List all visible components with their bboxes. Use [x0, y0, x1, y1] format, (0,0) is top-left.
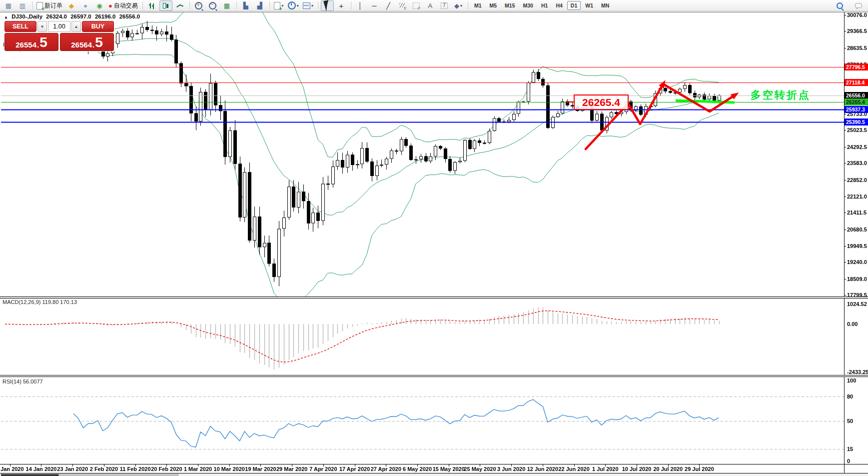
macd-pane-label: MACD(12,26,9) 119.80 170.13: [2, 299, 77, 305]
sell-button[interactable]: SELL: [4, 21, 36, 32]
hline-tool-button[interactable]: ─: [368, 0, 381, 11]
sep3: [189, 2, 190, 10]
dropdown-caret-icon[interactable]: ▾: [460, 4, 462, 8]
zoom-in-icon: [195, 2, 202, 10]
market-watch-icon[interactable]: ▦: [2, 0, 15, 11]
timeframe-m30-button[interactable]: M30: [520, 1, 537, 10]
text-tool-button[interactable]: A: [424, 0, 437, 11]
sep2: [142, 2, 143, 10]
buy-price-big-digit: 5: [95, 36, 103, 50]
templates-button[interactable]: ▾: [301, 0, 315, 11]
candlestick-type-icon: [162, 2, 169, 9]
price-tick-label: 30076.0: [847, 12, 867, 18]
buy-price-box[interactable]: 26564.5: [60, 33, 114, 51]
buy-button[interactable]: BUY: [82, 21, 114, 32]
volume-decrease-button[interactable]: ▼: [37, 21, 47, 32]
market-depth-icon[interactable]: ●: [79, 0, 92, 11]
price-level-badge: 25390.5: [845, 118, 868, 126]
price-tick-label: 28635.5: [847, 45, 867, 51]
candlestick-type-button[interactable]: [159, 0, 172, 11]
autotrading-button-label: 自动交易: [114, 2, 138, 10]
sell-price-box[interactable]: 26554.5: [4, 33, 58, 51]
trendline-tool-icon: ╱: [386, 2, 390, 9]
autotrading-icon: ●: [108, 2, 112, 9]
dropdown-caret-icon[interactable]: ▾: [297, 4, 299, 8]
scrollbar-thumb[interactable]: [58, 474, 178, 476]
time-axis-border: [0, 464, 868, 464]
price-tick-mark: [844, 147, 846, 148]
trading-terminal-window: ▦▥新订单◆●◉●自动交易▦▙▟▾▾▾+│─╱A◆▾M1M5M15M30H1H4…: [0, 0, 868, 476]
date-tick-label: 20 Jul 2020: [653, 466, 683, 472]
new-order-icon: [36, 2, 43, 10]
date-tick-label: 17 Apr 2020: [339, 466, 370, 472]
bull-bear-turning-point-note[interactable]: 多空转折点: [751, 88, 811, 102]
volume-increase-button[interactable]: ▲: [71, 21, 81, 32]
panel-collapse-icon[interactable]: ▲: [4, 15, 8, 20]
timeframe-h1-button[interactable]: H1: [538, 1, 551, 10]
timeframe-h4-button[interactable]: H4: [552, 1, 566, 10]
zoom-in-button[interactable]: [192, 0, 205, 11]
equidistant-channel-tool-button[interactable]: [396, 0, 409, 11]
price-level-badge: 25937.3: [845, 106, 868, 113]
date-tick-label: 2 Feb 2020: [90, 466, 118, 472]
scrollbar-segment[interactable]: [1, 474, 58, 476]
timeframe-d1-button[interactable]: D1: [567, 1, 581, 10]
sep5: [269, 2, 270, 10]
search-icon[interactable]: [833, 0, 846, 11]
vline-tool-button[interactable]: │: [354, 0, 367, 11]
new-chart-button[interactable]: ▾: [272, 0, 285, 11]
timeframe-m5-button[interactable]: M5: [486, 1, 500, 10]
auto-arrange-icon[interactable]: ▙: [239, 0, 252, 11]
shapes-tool-button[interactable]: ◆▾: [452, 0, 465, 11]
chat-icon[interactable]: [852, 0, 865, 11]
periods-button[interactable]: ▾: [286, 0, 300, 11]
zoom-out-icon: [209, 2, 216, 10]
date-tick-label: 25 May 2020: [464, 466, 496, 472]
price-level-badge: 26556.0: [845, 92, 868, 99]
main-toolbar: ▦▥新订单◆●◉●自动交易▦▙▟▾▾▾+│─╱A◆▾M1M5M15M30H1H4…: [0, 0, 868, 12]
line-chart-type-button[interactable]: [173, 0, 186, 11]
rsi-tick-label: 0: [847, 458, 850, 464]
volume-input[interactable]: [48, 21, 70, 32]
rsi-tick-label: 15: [847, 446, 853, 452]
dropdown-caret-icon[interactable]: ▾: [311, 4, 313, 8]
horizontal-scrollbar[interactable]: [0, 473, 868, 476]
price-tick-label: 22121.0: [847, 194, 867, 200]
low-value: 26196.0: [95, 14, 116, 20]
price-tick-mark: [844, 31, 846, 32]
date-tick-label: 29 Jul 2020: [685, 466, 714, 472]
timeframe-w1-button[interactable]: W1: [582, 1, 597, 10]
chart-shift-icon[interactable]: ▟: [253, 0, 266, 11]
timeframe-m1-button[interactable]: M1: [471, 1, 485, 10]
main-macd-separator[interactable]: [0, 296, 868, 298]
label-tool-button[interactable]: [438, 0, 451, 11]
trendline-tool-button[interactable]: ╱: [382, 0, 395, 11]
tile-windows-icon[interactable]: ▦: [220, 0, 233, 11]
date-tick-label: 3 Jun 2020: [497, 466, 525, 472]
label-tool-icon: [441, 2, 448, 9]
new-order-button[interactable]: 新订单: [35, 0, 64, 11]
chart-profiles-icon[interactable]: ▥: [16, 0, 29, 11]
zoom-out-button[interactable]: [206, 0, 219, 11]
chart-canvas[interactable]: [0, 0, 868, 476]
sell-price-main: 26554: [15, 41, 36, 48]
line-chart-type-icon: [176, 2, 183, 9]
crosshair-tool-button[interactable]: +: [335, 0, 348, 11]
bar-chart-type-button[interactable]: [145, 0, 158, 11]
sell-price-big-digit: 5: [39, 36, 47, 50]
price-annotation-box[interactable]: 26265.4: [574, 94, 629, 110]
sep4: [236, 2, 237, 10]
macd-rsi-separator[interactable]: [0, 375, 868, 377]
fibonacci-tool-button[interactable]: [410, 0, 423, 11]
chart-shift-icon: ▟: [257, 2, 262, 9]
cursor-tool-button[interactable]: [321, 0, 334, 11]
autotrading-button[interactable]: ●自动交易: [107, 0, 139, 11]
signals-icon[interactable]: ◉: [93, 0, 106, 11]
metaeditor-icon: ◆: [69, 2, 74, 9]
timeframe-m15-button[interactable]: M15: [501, 1, 518, 10]
search-icon: [837, 2, 843, 9]
timeframe-mn-button[interactable]: MN: [598, 1, 613, 10]
metaeditor-icon[interactable]: ◆: [65, 0, 78, 11]
cursor-tool-icon: [323, 0, 331, 11]
tile-windows-icon: ▦: [224, 2, 230, 9]
